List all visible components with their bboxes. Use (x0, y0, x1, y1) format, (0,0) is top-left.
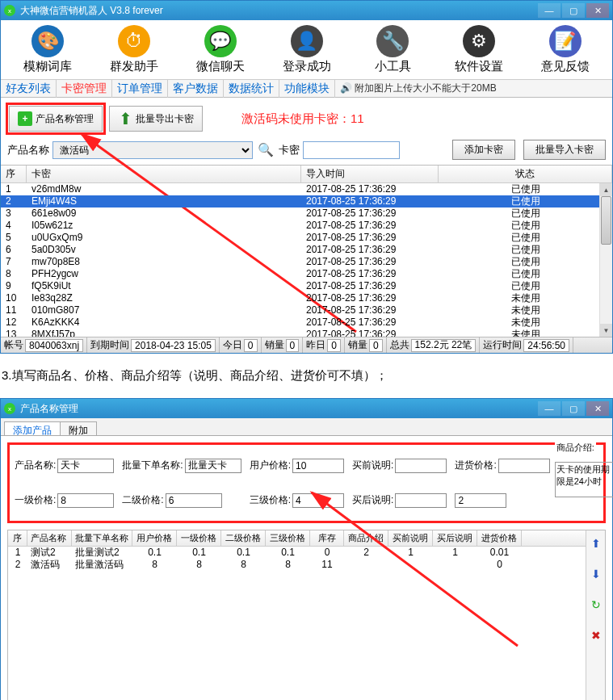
desc-box[interactable]: 天卡的使用期限是24小时 (555, 462, 613, 497)
tab-1[interactable]: 附加 (60, 421, 97, 435)
scroll-down-icon[interactable]: ▼ (600, 324, 612, 337)
table-row[interactable]: 4I05w621z2017-08-25 17:36:29已使用 (1, 220, 612, 232)
tool-icon: 💬 (204, 25, 237, 57)
table-row[interactable]: 7mw70p8E82017-08-25 17:36:29已使用 (1, 256, 612, 268)
col-8[interactable]: 商品介绍 (344, 530, 388, 546)
scrollbar[interactable]: ▲ ▼ (599, 183, 612, 337)
toolbar-3[interactable]: 👤登录成功 (264, 23, 349, 76)
titlebar[interactable]: x 大神微信营销机器人 V3.8 forever — ▢ ✕ (1, 1, 612, 20)
col-4[interactable]: 一级价格 (177, 530, 221, 546)
tab-2[interactable]: 订单管理 (112, 80, 168, 98)
col-1[interactable]: 产品名称 (27, 530, 72, 546)
acct-value: 8040063xnj (25, 339, 83, 352)
table-row[interactable]: 2EMji4W4S2017-08-25 17:36:29已使用 (1, 195, 612, 207)
stock-input[interactable] (455, 493, 506, 508)
yest-label: 昨日 (306, 338, 325, 352)
name-input[interactable] (57, 459, 114, 473)
tab-1[interactable]: 卡密管理 (57, 80, 112, 98)
bulk-export-button[interactable]: ⬆ 批量导出卡密 (109, 106, 203, 132)
add-card-button[interactable]: 添加卡密 (452, 140, 515, 160)
minimize-button[interactable]: — (538, 401, 561, 416)
scroll-up-icon[interactable]: ▲ (600, 183, 612, 196)
tab-4[interactable]: 数据统计 (224, 80, 279, 98)
col-5[interactable]: 二级价格 (221, 530, 266, 546)
col-10[interactable]: 买后说明 (433, 530, 477, 546)
toolbar-4[interactable]: 🔧小工具 (351, 23, 435, 76)
search-icon[interactable]: 🔍 (258, 142, 274, 157)
post-input[interactable] (395, 493, 447, 508)
table-row[interactable]: 2激活码批量激活码8888110 (8, 559, 586, 571)
bulk-input[interactable] (185, 459, 241, 473)
sales2-value: 0 (369, 339, 383, 352)
table-row[interactable]: 65a0D305v2017-08-25 17:36:29已使用 (1, 244, 612, 256)
table-row[interactable]: 8PFH2ygcw2017-08-25 17:36:29已使用 (1, 268, 612, 280)
pre-input[interactable] (395, 459, 447, 473)
col-11[interactable]: 进货价格 (477, 530, 522, 546)
close-button[interactable]: ✕ (586, 401, 609, 416)
maximize-button[interactable]: ▢ (562, 401, 585, 416)
p2-input[interactable] (166, 493, 222, 508)
tool-icon: 🎨 (31, 25, 64, 57)
table-row[interactable]: 1测试2批量测试20.10.10.10.102110.01 (8, 547, 586, 559)
maximize-button[interactable]: ▢ (562, 3, 585, 18)
product-name-manage-button[interactable]: + 产品名称管理 (9, 106, 103, 132)
p1-input[interactable] (57, 493, 114, 508)
table-header: 序产品名称批量下单名称用户价格一级价格二级价格三级价格库存商品介绍买前说明买后说… (8, 530, 586, 547)
col-9[interactable]: 买前说明 (388, 530, 433, 546)
col-status[interactable]: 状态 (439, 166, 612, 182)
toolbar-2[interactable]: 💬微信聊天 (178, 23, 262, 76)
delete-button[interactable]: ✖ (588, 627, 604, 643)
table-row[interactable]: 3661e8w092017-08-25 17:36:29已使用 (1, 207, 612, 220)
cost-input[interactable] (498, 459, 550, 473)
product-select[interactable]: 激活码 (52, 141, 253, 159)
expire-value: 2018-04-23 15:05 (131, 339, 216, 352)
table-row[interactable]: 10Ie83q28Z2017-08-25 17:36:29未使用 (1, 292, 612, 304)
col-pwd[interactable]: 卡密 (27, 166, 301, 182)
move-down-button[interactable]: ⬇ (588, 566, 604, 582)
close-button[interactable]: ✕ (586, 3, 609, 18)
toolbar-0[interactable]: 🎨模糊词库 (6, 23, 90, 76)
tool-label: 意见反馈 (541, 59, 590, 74)
tab-0[interactable]: 添加产品 (4, 421, 61, 435)
titlebar[interactable]: x 产品名称管理 — ▢ ✕ (1, 399, 612, 418)
tab-3[interactable]: 客户数据 (168, 80, 224, 98)
action-row: + 产品名称管理 ⬆ 批量导出卡密 激活码未使用卡密：11 (1, 98, 612, 140)
table-row[interactable]: 9fQ5K9iUt2017-08-25 17:36:29已使用 (1, 280, 612, 292)
bulk-import-button[interactable]: 批量导入卡密 (523, 140, 606, 160)
toolbar-5[interactable]: ⚙软件设置 (437, 23, 522, 76)
col-0[interactable]: 序 (8, 530, 27, 546)
move-up-button[interactable]: ⬆ (588, 535, 604, 551)
acct-label: 帐号 (4, 338, 23, 352)
instruction-text: 3.填写商品名、价格、商品介绍等（说明、商品介绍、进货价可不填）； (0, 354, 613, 398)
table-row[interactable]: 12K6AzKKK42017-08-25 17:36:29未使用 (1, 316, 612, 329)
cardpwd-input[interactable] (303, 141, 400, 159)
scroll-thumb[interactable] (601, 196, 611, 245)
table-row[interactable]: 5u0UGxQm92017-08-25 17:36:29已使用 (1, 232, 612, 244)
col-seq[interactable]: 序 (1, 166, 27, 182)
table-row[interactable]: 138MXfJ57p2017-08-25 17:36:29未使用 (1, 329, 612, 337)
form-highlight: 产品名称: 批量下单名称: 用户价格: 买前说明: 进货价格: 一级价格: 二级… (7, 442, 606, 523)
userprice-input[interactable] (292, 459, 344, 473)
toolbar-1[interactable]: ⏱群发助手 (92, 23, 177, 76)
table-row[interactable]: 11010mG8072017-08-25 17:36:29未使用 (1, 304, 612, 316)
minimize-button[interactable]: — (538, 3, 561, 18)
refresh-button[interactable]: ↻ (588, 597, 604, 613)
tool-icon: ⏱ (118, 25, 150, 57)
table-row[interactable]: 1v26mdM8w2017-08-25 17:36:29已使用 (1, 183, 612, 195)
p3-input[interactable] (292, 493, 344, 508)
tool-label: 登录成功 (283, 59, 331, 74)
tab-5[interactable]: 功能模块 (279, 80, 335, 98)
col-7[interactable]: 库存 (310, 530, 344, 546)
col-time[interactable]: 导入时间 (301, 166, 439, 182)
col-2[interactable]: 批量下单名称 (72, 530, 132, 546)
col-3[interactable]: 用户价格 (132, 530, 177, 546)
col-6[interactable]: 三级价格 (266, 530, 310, 546)
statusbar: 帐号8040063xnj 到期时间2018-04-23 15:05 今日0 销量… (1, 337, 612, 353)
table-body: 1v26mdM8w2017-08-25 17:36:29已使用2EMji4W4S… (1, 183, 612, 337)
tab-0[interactable]: 好友列表 (1, 80, 57, 98)
card-table: 序 卡密 导入时间 状态 1v26mdM8w2017-08-25 17:36:2… (1, 165, 612, 337)
app-icon: x (4, 403, 15, 414)
form-area: 产品名称: 批量下单名称: 用户价格: 买前说明: 进货价格: 一级价格: 二级… (1, 436, 612, 530)
toolbar-6[interactable]: 📝意见反馈 (523, 23, 607, 76)
p2-label: 二级价格: (122, 493, 163, 507)
